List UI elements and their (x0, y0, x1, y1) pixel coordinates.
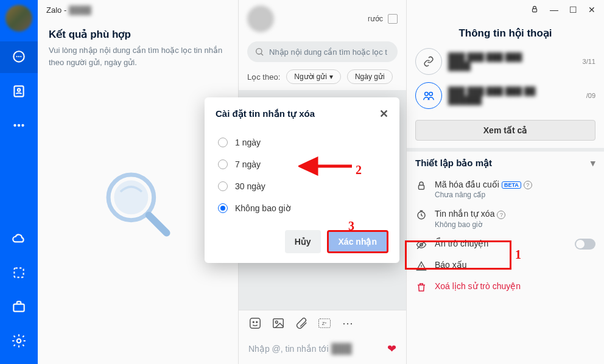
window-controls: ― ☐ ✕ (407, 0, 604, 19)
capture-icon (11, 265, 27, 281)
chevron-down-icon: ▾ (329, 72, 333, 81)
timer-icon (415, 209, 427, 220)
svg-rect-7 (13, 304, 24, 312)
svg-rect-14 (250, 318, 261, 329)
search-heading: Kết quả phù hợp (49, 28, 227, 41)
annotation-arrow (298, 154, 353, 178)
attach-icon[interactable] (295, 317, 308, 330)
message-input[interactable]: Nhập @, tin nhắn tới ███ ❤ (239, 336, 406, 364)
svg-line-13 (261, 54, 263, 55)
back-label[interactable]: rước (368, 15, 383, 23)
row-e2e[interactable]: Mã hóa đầu cuốiBETA? Chưa nâng cấp (407, 175, 604, 204)
lock-icon[interactable] (530, 5, 539, 15)
modal-close-button[interactable]: ✕ (379, 107, 388, 121)
svg-rect-21 (533, 9, 537, 12)
auto-delete-modal: Cài đặt tin nhắn tự xóa ✕ 1 ngày 7 ngày … (205, 97, 399, 263)
svg-point-2 (18, 89, 20, 91)
radio-1day[interactable]: 1 ngày (216, 131, 388, 153)
svg-point-16 (256, 321, 258, 323)
maximize-button[interactable]: ☐ (569, 5, 577, 15)
heart-icon[interactable]: ❤ (387, 342, 396, 355)
close-button[interactable]: ✕ (588, 5, 595, 15)
radio-never[interactable]: Không bao giờ (216, 197, 388, 219)
chevron-down-icon: ▾ (591, 158, 595, 169)
nav-cloud[interactable] (0, 223, 38, 254)
svg-rect-17 (273, 319, 284, 328)
link-icon (415, 48, 442, 75)
view-all-button[interactable]: Xem tất cả (415, 120, 595, 141)
chip-sender[interactable]: Người gửi ▾ (286, 69, 341, 84)
modal-title: Cài đặt tin nhắn tự xóa (216, 108, 315, 119)
svg-point-15 (253, 321, 254, 323)
svg-point-12 (256, 49, 262, 54)
trash-icon (415, 282, 427, 293)
nav-rail (0, 0, 38, 364)
chat-avatar[interactable] (247, 5, 274, 32)
svg-rect-6 (14, 268, 23, 277)
svg-point-18 (275, 321, 278, 323)
contacts-icon (11, 83, 27, 99)
dots-icon (11, 117, 27, 133)
briefcase-icon (11, 299, 27, 315)
link-date: /09 (586, 92, 595, 99)
nav-more[interactable] (0, 110, 38, 141)
lock-icon (415, 180, 427, 191)
svg-rect-24 (419, 185, 424, 189)
nav-capture[interactable] (0, 257, 38, 289)
chat-filter-row: Lọc theo: Người gửi ▾ Ngày gửi (239, 66, 406, 90)
link-item[interactable]: ███ ███ ███ ███ ████████ /09 (415, 82, 595, 109)
chat-search[interactable]: Nhập nội dung cần tìm hoặc lọc t (247, 41, 398, 62)
svg-point-5 (21, 124, 24, 127)
header-action-icon[interactable] (388, 14, 398, 24)
svg-text:Z⁺: Z⁺ (322, 321, 327, 326)
search-subtitle: Vui lòng nhập nội dung cần tìm hoặc lọc … (49, 44, 227, 68)
more-tools-icon[interactable]: ⋯ (341, 317, 354, 330)
group-icon (415, 82, 442, 109)
chip-date[interactable]: Ngày gửi (347, 69, 393, 84)
confirm-button[interactable]: Xác nhận (327, 230, 388, 253)
chat-icon (11, 49, 27, 65)
title-bar: Zalo - ████ (38, 0, 238, 19)
info-panel: ― ☐ ✕ Thông tin hội thoại ███ ███ ███ ██… (407, 0, 604, 364)
radio-30day[interactable]: 30 ngày (216, 175, 388, 197)
svg-point-10 (114, 180, 148, 214)
security-section-header[interactable]: Thiết lập bảo mật ▾ (407, 148, 604, 175)
info-title: Thông tin hội thoại (407, 19, 604, 48)
row-delete-history[interactable]: Xoá lịch sử trò chuyện (407, 276, 604, 298)
nav-settings[interactable] (0, 325, 38, 357)
svg-point-8 (17, 339, 21, 343)
app-name: Zalo - (46, 5, 66, 15)
link-item[interactable]: ███ ███ ███ ███████ 3/11 (415, 48, 595, 75)
svg-point-4 (18, 124, 20, 127)
svg-line-11 (149, 215, 166, 233)
help-icon[interactable]: ? (524, 181, 532, 189)
gear-icon (11, 333, 27, 349)
sticker-icon[interactable] (248, 317, 262, 330)
cancel-button[interactable]: Hủy (285, 230, 321, 253)
avatar[interactable] (5, 5, 32, 32)
chat-inputbar: Z⁺ ⋯ Nhập @, tin nhắn tới ███ ❤ (239, 310, 406, 364)
filter-label: Lọc theo: (247, 72, 280, 82)
chat-header: rước (239, 0, 406, 38)
annotation-box-1 (405, 240, 511, 270)
hide-chat-toggle[interactable] (575, 239, 595, 250)
svg-point-22 (425, 93, 429, 96)
row-auto-delete[interactable]: Tin nhắn tự xóa? Không bao giờ (407, 204, 604, 233)
minimize-button[interactable]: ― (550, 5, 558, 15)
link-date: 3/11 (583, 58, 595, 65)
nav-contacts[interactable] (0, 75, 38, 107)
help-icon[interactable]: ? (497, 211, 505, 219)
nav-briefcase[interactable] (0, 291, 38, 323)
magnifier-icon (96, 162, 181, 247)
image-icon[interactable] (272, 317, 285, 330)
cloud-icon (11, 231, 27, 247)
zz-icon[interactable]: Z⁺ (318, 317, 331, 330)
svg-point-3 (13, 124, 16, 127)
search-icon (255, 47, 264, 57)
chat-search-placeholder: Nhập nội dung cần tìm hoặc lọc t (269, 47, 387, 57)
svg-point-23 (429, 93, 433, 96)
nav-chat[interactable] (0, 41, 38, 73)
